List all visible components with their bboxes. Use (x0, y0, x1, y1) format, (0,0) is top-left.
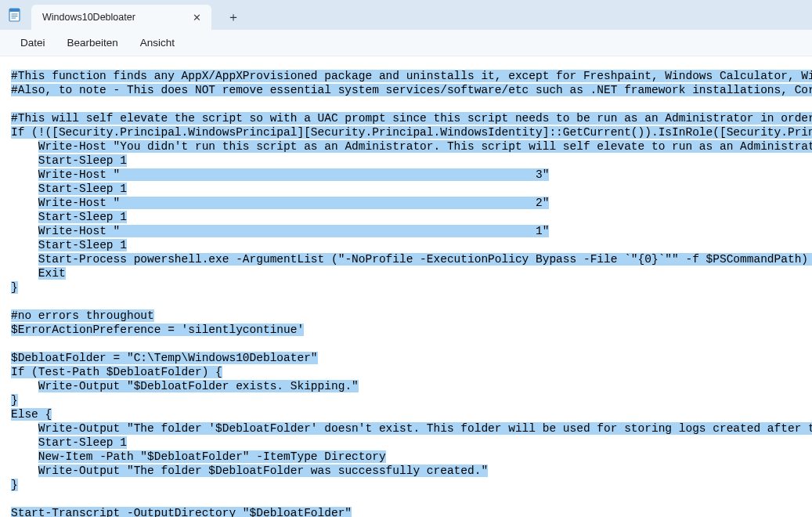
code-line[interactable]: Write-Output "The folder '$DebloatFolder… (11, 421, 812, 436)
code-line[interactable]: Start-Sleep 1 (11, 182, 812, 196)
code-line[interactable]: Write-Host "You didn't run this script a… (11, 139, 812, 154)
code-line[interactable]: #Also, to note - This does NOT remove es… (11, 83, 812, 97)
code-line[interactable]: Else { (11, 407, 812, 421)
code-line[interactable]: #This function finds any AppX/AppXProvis… (11, 69, 812, 83)
code-line[interactable]: Write-Output "The folder $DebloatFolder … (11, 464, 812, 478)
editor-area[interactable]: #This function finds any AppX/AppXProvis… (0, 56, 812, 517)
tab-title: Windows10Debloater (42, 12, 189, 23)
plus-icon: ＋ (227, 9, 240, 26)
code-content[interactable]: #This function finds any AppX/AppXProvis… (0, 56, 812, 517)
notepad-app-icon (8, 8, 22, 22)
code-line[interactable] (11, 97, 812, 111)
menubar: Datei Bearbeiten Ansicht (0, 30, 812, 56)
code-line[interactable]: $DebloatFolder = "C:\Temp\Windows10Deblo… (11, 351, 812, 365)
code-line[interactable]: Write-Host " 3" (11, 168, 812, 182)
code-line[interactable]: Write-Host " 2" (11, 196, 812, 210)
code-line[interactable]: Write-Output "$DebloatFolder exists. Ski… (11, 379, 812, 393)
code-line[interactable]: } (11, 478, 812, 492)
tab-active[interactable]: Windows10Debloater ✕ (31, 5, 211, 30)
svg-rect-1 (9, 9, 20, 12)
code-line[interactable]: } (11, 393, 812, 407)
menu-edit[interactable]: Bearbeiten (56, 32, 129, 53)
code-line[interactable]: Write-Host " 1" (11, 224, 812, 238)
menu-view[interactable]: Ansicht (129, 32, 186, 53)
code-line[interactable]: } (11, 280, 812, 295)
new-tab-button[interactable]: ＋ (222, 6, 244, 28)
titlebar: Windows10Debloater ✕ ＋ (0, 0, 812, 30)
code-line[interactable] (11, 492, 812, 506)
code-line[interactable]: $ErrorActionPreference = 'silentlycontin… (11, 323, 812, 337)
close-icon: ✕ (193, 12, 201, 24)
code-line[interactable]: Start-Sleep 1 (11, 154, 812, 168)
code-line[interactable]: Start-Transcript -OutputDirectory "$Debl… (11, 506, 812, 517)
close-tab-button[interactable]: ✕ (189, 10, 204, 24)
code-line[interactable] (11, 337, 812, 351)
menu-file[interactable]: Datei (9, 32, 56, 53)
code-line[interactable]: #no errors throughout (11, 309, 812, 323)
code-line[interactable] (11, 295, 812, 309)
code-line[interactable]: If (Test-Path $DebloatFolder) { (11, 365, 812, 379)
code-line[interactable]: Exit (11, 266, 812, 280)
code-line[interactable]: #This will self elevate the script so wi… (11, 111, 812, 125)
code-line[interactable]: New-Item -Path "$DebloatFolder" -ItemTyp… (11, 450, 812, 464)
code-line[interactable]: If (!([Security.Principal.WindowsPrincip… (11, 125, 812, 139)
code-line[interactable]: Start-Sleep 1 (11, 210, 812, 224)
code-line[interactable]: Start-Process powershell.exe -ArgumentLi… (11, 252, 812, 266)
code-line[interactable]: Start-Sleep 1 (11, 436, 812, 450)
code-line[interactable]: Start-Sleep 1 (11, 238, 812, 252)
